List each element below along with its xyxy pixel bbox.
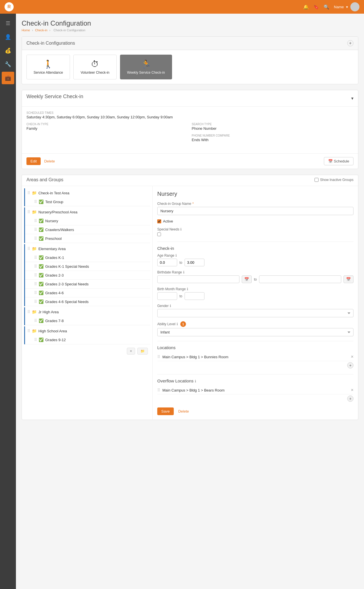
group-test-group[interactable]: ⠿ ✅ Test Group: [25, 197, 150, 206]
group-grades-4-6-special[interactable]: ⠿ ✅ Grades 4-6 Special Needs: [25, 297, 150, 306]
bookmark-icon[interactable]: 🔖: [313, 4, 319, 10]
active-checkbox-row: Active: [157, 219, 353, 223]
app-logo[interactable]: R: [5, 2, 14, 11]
area-elementary-header[interactable]: ⠿ 📁 Elementary Area: [25, 244, 150, 253]
location-1-remove-icon[interactable]: ×: [351, 355, 353, 359]
check-icon: ✅: [39, 255, 44, 260]
sidebar-item-finance[interactable]: 💰: [2, 44, 14, 57]
tile-volunteer-checkin[interactable]: ⏱ Volunteer Check-in: [73, 55, 116, 79]
age-to-input[interactable]: [185, 259, 204, 266]
add-configuration-button[interactable]: +: [347, 40, 353, 46]
overflow-locations-subtitle: Overflow Locations ℹ: [157, 374, 353, 383]
show-inactive-checkbox[interactable]: [315, 178, 318, 182]
group-name-field: Check-in Group Name *: [157, 202, 353, 215]
group-grades-7-8-label: Grades 7-8: [45, 319, 148, 323]
check-icon: ✅: [39, 337, 44, 342]
group-name-input[interactable]: [157, 207, 353, 215]
group-nursery[interactable]: ⠿ ✅ Nursery: [25, 217, 150, 225]
group-name-label: Check-in Group Name *: [157, 202, 353, 206]
area-checkin-test-label: Check-in Test Area: [38, 191, 148, 195]
drag-handle-icon: ⠿: [34, 291, 37, 295]
location-add: +: [157, 361, 353, 370]
ability-level-info-icon: ℹ: [177, 322, 178, 326]
active-field: Active: [157, 219, 353, 223]
checkin-type-label: Check-in Type: [26, 123, 188, 126]
folder-icon: 📁: [32, 329, 37, 333]
group-crawlers-walkers[interactable]: ⠿ ✅ Crawlers/Walkers: [25, 225, 150, 234]
check-icon: ✅: [39, 282, 44, 286]
ability-level-select[interactable]: Infant Toddler: [157, 328, 353, 336]
age-range-info-icon: ℹ: [175, 254, 177, 258]
delete-button[interactable]: Delete: [42, 157, 57, 165]
checkin-configurations-title: Check-in Configurations: [26, 41, 75, 46]
birth-month-to-input[interactable]: [185, 292, 204, 300]
add-group-button[interactable]: +: [127, 348, 135, 355]
special-needs-checkbox[interactable]: [157, 232, 161, 236]
age-range-label: Age Range ℹ: [157, 254, 353, 258]
area-high-school-header[interactable]: ⠿ 📁 High School Area: [25, 326, 150, 335]
breadcrumb-checkin[interactable]: Check-in: [35, 28, 47, 32]
group-grades-2-3-special[interactable]: ⠿ ✅ Grades 2-3 Special Needs: [25, 280, 150, 289]
group-grades-k1[interactable]: ⠿ ✅ Grades K-1: [25, 253, 150, 262]
drag-handle-icon: ⠿: [27, 191, 30, 195]
birthdate-range-inputs: 📅 to 📅: [157, 275, 353, 283]
group-grades-k1-special[interactable]: ⠿ ✅ Grades K-1 Special Needs: [25, 262, 150, 271]
tile-weekly-service-checkin[interactable]: 🏃 Weekly Service Check-in: [120, 55, 172, 79]
areas-groups-title: Areas and Groups: [26, 177, 63, 182]
group-grades-7-8[interactable]: ⠿ ✅ Grades 7-8: [25, 316, 150, 325]
collapse-arrow-icon[interactable]: ▾: [351, 96, 353, 101]
area-jr-high-header[interactable]: ⠿ 📁 Jr High Area: [25, 307, 150, 316]
notifications-icon[interactable]: 🔔: [303, 4, 309, 10]
group-grades-2-3-label: Grades 2-3: [45, 273, 148, 277]
schedule-button[interactable]: 📅 Schedule: [324, 157, 353, 165]
group-preschool[interactable]: ⠿ ✅ Preschool: [25, 234, 150, 243]
birth-month-field: Birth Month Range ℹ to: [157, 287, 353, 300]
overflow-location-1-remove-icon[interactable]: ×: [351, 388, 353, 392]
add-location-button[interactable]: +: [347, 362, 353, 368]
check-icon: ✅: [39, 318, 44, 323]
area-checkin-test-header[interactable]: ⠿ 📁 Check-in Test Area: [25, 188, 150, 197]
folder-add-icon: 📁: [140, 349, 145, 353]
birthdate-from-calendar-icon[interactable]: 📅: [242, 275, 252, 283]
overflow-location-row-1: ⠿ Main Campus > Bldg 1 > Bears Room ×: [157, 386, 353, 394]
check-icon: ✅: [39, 299, 44, 304]
check-icon: ✅: [39, 264, 44, 269]
calendar-icon: 📅: [328, 159, 333, 163]
group-grades-2-3[interactable]: ⠿ ✅ Grades 2-3: [25, 271, 150, 280]
group-grades-9-12[interactable]: ⠿ ✅ Grades 9-12: [25, 335, 150, 344]
age-from-input[interactable]: [157, 259, 177, 266]
drag-handle-icon: ⠿: [27, 310, 30, 314]
special-needs-field: Special Needs ℹ: [157, 227, 353, 237]
weekly-checkin-label: Weekly Service Check-in: [127, 71, 165, 75]
tile-service-attendance[interactable]: 🚶 Service Attendance: [26, 55, 70, 79]
birthdate-from-input[interactable]: [157, 275, 239, 283]
area-nursery-preschool-header[interactable]: ⠿ 📁 Nursery/Preschool Area: [25, 207, 150, 217]
sidebar-item-people[interactable]: 👤: [2, 31, 14, 43]
group-test-group-label: Test Group: [45, 200, 148, 204]
sidebar-item-dashboard[interactable]: ☰: [2, 17, 14, 30]
group-grades-4-6-label: Grades 4-6: [45, 291, 148, 295]
drag-handle-icon: ⠿: [34, 227, 37, 232]
volunteer-checkin-icon: ⏱: [80, 59, 109, 69]
active-checkbox[interactable]: [157, 219, 161, 223]
search-icon[interactable]: 🔍: [324, 4, 329, 10]
nursery-delete-button[interactable]: Delete: [176, 407, 191, 415]
add-area-button[interactable]: 📁: [137, 348, 148, 355]
birth-month-from-input[interactable]: [157, 292, 177, 300]
drag-handle-icon: ⠿: [34, 199, 37, 204]
save-button[interactable]: Save: [157, 407, 174, 415]
group-grades-4-6[interactable]: ⠿ ✅ Grades 4-6: [25, 289, 150, 297]
add-overflow-location-button[interactable]: +: [347, 396, 353, 402]
gender-select[interactable]: Male Female: [157, 309, 353, 317]
user-menu[interactable]: Name ▾: [334, 2, 359, 11]
breadcrumb-home[interactable]: Home: [22, 28, 30, 32]
sidebar-item-checkin[interactable]: 💼: [2, 72, 14, 84]
check-icon: ✅: [39, 273, 44, 277]
edit-button[interactable]: Edit: [26, 157, 41, 165]
weekly-checkin-title: Weekly Service Check-in: [26, 94, 83, 100]
sidebar-item-tools[interactable]: 🔧: [2, 58, 14, 71]
weekly-checkin-action-bar: Edit Delete 📅 Schedule: [22, 153, 358, 169]
birthdate-to-calendar-icon[interactable]: 📅: [344, 275, 353, 283]
birthdate-to-input[interactable]: [259, 275, 341, 283]
show-inactive-label[interactable]: Show Inactive Groups: [315, 178, 353, 182]
